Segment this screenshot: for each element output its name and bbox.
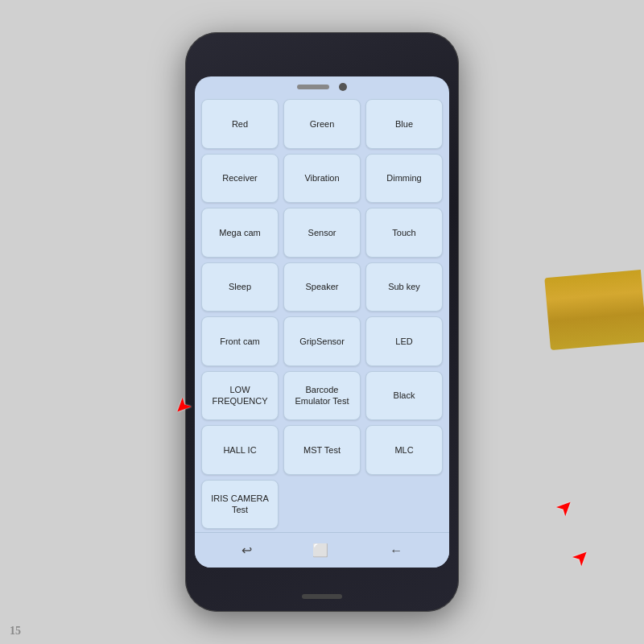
red-arrow-2: ➤ [551,495,576,520]
btn-touch[interactable]: Touch [365,208,443,258]
flex-cable [544,270,644,350]
btn-mlc[interactable]: MLC [365,425,443,475]
btn-blue[interactable]: Blue [365,99,443,149]
btn-sensor[interactable]: Sensor [283,208,361,258]
button-grid: Red Green Blue Receiver Vibration Dimmin… [195,96,449,532]
nav-back-icon[interactable]: ↩ [242,543,252,558]
btn-grip-sensor[interactable]: GripSensor [283,316,361,366]
btn-red[interactable]: Red [201,99,279,149]
phone-body: Red Green Blue Receiver Vibration Dimmin… [185,32,459,612]
btn-dimming[interactable]: Dimming [365,154,443,204]
phone-bottom-bar [302,594,342,599]
btn-sub-key[interactable]: Sub key [365,262,443,312]
btn-green[interactable]: Green [283,99,361,149]
btn-iris-camera[interactable]: IRIS CAMERATest [201,480,279,530]
speaker-slot [297,85,329,89]
screen: Red Green Blue Receiver Vibration Dimmin… [195,76,449,568]
btn-black[interactable]: Black [365,371,443,421]
top-bar [195,76,449,96]
btn-mst-test[interactable]: MST Test [283,425,361,475]
front-camera-icon [339,83,347,91]
btn-sleep[interactable]: Sleep [201,262,279,312]
nav-bar: ↩ ⬜ ← [195,532,449,568]
scene: Red Green Blue Receiver Vibration Dimmin… [0,0,644,644]
btn-vibration[interactable]: Vibration [283,154,361,204]
btn-receiver[interactable]: Receiver [201,154,279,204]
btn-hall-ic[interactable]: HALL IC [201,425,279,475]
nav-prev-icon[interactable]: ← [390,543,402,558]
btn-led[interactable]: LED [365,316,443,366]
btn-barcode-emulator[interactable]: BarcodeEmulator Test [283,371,361,421]
watermark: 15 [10,625,21,638]
btn-front-cam[interactable]: Front cam [201,316,279,366]
nav-home-icon[interactable]: ⬜ [312,543,328,558]
btn-mega-cam[interactable]: Mega cam [201,208,279,258]
btn-speaker[interactable]: Speaker [283,262,361,312]
btn-low-frequency[interactable]: LOWFREQUENCY [201,371,279,421]
red-arrow-3: ➤ [568,545,592,570]
